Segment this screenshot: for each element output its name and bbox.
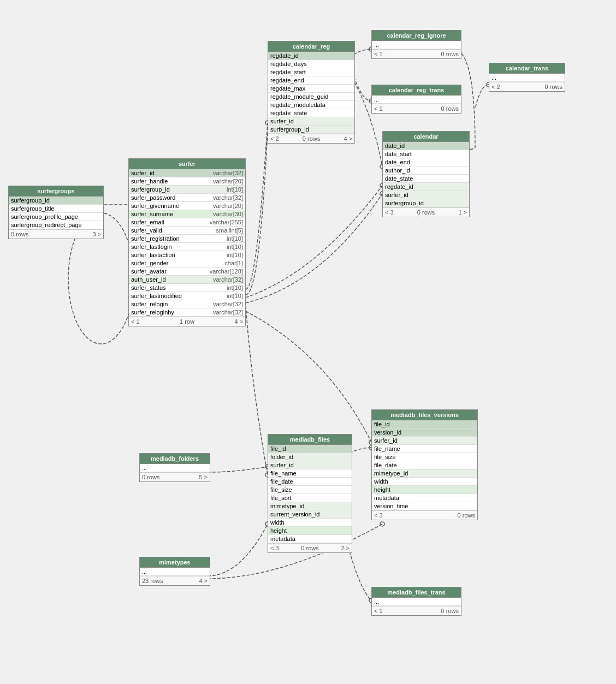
table-footer: < 10 rows	[372, 49, 461, 58]
table-footer: < 30 rows1 >	[383, 207, 469, 217]
table-surfergroups: surfergroups surfergroup_id surfergroup_…	[8, 186, 104, 239]
table-row: metadata	[268, 535, 352, 543]
table-mediadb-files-trans: mediadb_files_trans ... < 10 rows	[371, 587, 461, 616]
table-row: surfer_id	[383, 191, 469, 199]
table-row: surfer_lastmodified int[10]	[129, 292, 245, 300]
table-footer: 0 rows5 >	[140, 472, 210, 481]
table-row: surfergroup_id	[383, 199, 469, 207]
table-row: surfer_givenname varchar[20]	[129, 202, 245, 210]
table-row: regdate_id	[383, 183, 469, 191]
table-row: version_time	[372, 502, 477, 510]
table-row: ...	[372, 96, 461, 104]
table-row: surfer_relogin varchar[32]	[129, 300, 245, 308]
table-row: version_id	[372, 429, 477, 437]
table-row-mediadb-files-height: height	[268, 527, 352, 535]
table-header-mediadb-folders: mediadb_folders	[140, 454, 210, 464]
table-row: date_id	[383, 142, 469, 150]
table-row: file_sort	[268, 494, 352, 502]
table-calendar: calendar date_id date_start date_end aut…	[382, 131, 470, 217]
table-row: ...	[372, 41, 461, 49]
table-row: ...	[140, 568, 210, 576]
table-row: date_state	[383, 175, 469, 183]
table-row: surfer_id varchar[32]	[129, 169, 245, 177]
table-row: ...	[489, 74, 565, 82]
table-row: surfer_handle varchar[20]	[129, 177, 245, 186]
table-row: folder_id	[268, 453, 352, 461]
table-row: mimetype_id	[268, 502, 352, 510]
table-mediadb-folders: mediadb_folders ... 0 rows5 >	[139, 453, 210, 482]
table-row: file_name	[268, 469, 352, 478]
table-header-calendar-reg-trans: calendar_reg_trans	[372, 85, 461, 96]
table-row: author_id	[383, 166, 469, 175]
table-row: ...	[372, 598, 461, 606]
table-header-calendar-reg-ignore: calendar_reg_ignore	[372, 31, 461, 41]
table-header-surfergroups: surfergroups	[9, 186, 103, 197]
table-row: mimetype_id	[372, 469, 477, 478]
table-header-calendar-trans: calendar_trans	[489, 63, 565, 74]
table-calendar-reg: calendar_reg regdate_id regdate_days reg…	[268, 41, 355, 144]
table-surfer: surfer surfer_id varchar[32] surfer_hand…	[128, 158, 246, 326]
table-row: surfer_lastaction int[10]	[129, 251, 245, 259]
table-row: surfer_valid smallint[5]	[129, 227, 245, 235]
table-row: file_id	[372, 420, 477, 429]
svg-point-12	[380, 522, 384, 526]
table-row: regdate_days	[268, 60, 354, 68]
table-row: surfer_id	[268, 461, 352, 469]
table-row: surfer_avatar varchar[128]	[129, 267, 245, 276]
table-row: surfer_gender char[1]	[129, 259, 245, 267]
table-row: surfergroup_id	[9, 197, 103, 205]
table-calendar-reg-ignore: calendar_reg_ignore ... < 10 rows	[371, 30, 461, 59]
table-row: file_size	[268, 486, 352, 494]
table-row: regdate_end	[268, 76, 354, 85]
table-row: regdate_module_guid	[268, 93, 354, 101]
table-row: surfergroup_id	[268, 126, 354, 134]
table-header-mediadb-files-versions: mediadb_files_versions	[372, 410, 477, 420]
table-row: date_start	[383, 150, 469, 158]
table-row: surfer_id	[372, 437, 477, 445]
table-header-calendar-reg: calendar_reg	[268, 41, 354, 52]
table-row: surfergroup_title	[9, 205, 103, 213]
table-row: regdate_moduledata	[268, 101, 354, 109]
table-header-mediadb-files-trans: mediadb_files_trans	[372, 587, 461, 598]
table-row: surfer_registration int[10]	[129, 235, 245, 243]
table-row: file_date	[268, 478, 352, 486]
table-footer: < 11 row4 >	[129, 317, 245, 326]
table-row: surfergroup_profile_page	[9, 213, 103, 221]
table-mediadb-files-versions: mediadb_files_versions file_id version_i…	[371, 409, 478, 520]
table-row-surfer-surname: surfer_surname varchar[30]	[129, 210, 245, 218]
table-row: surfer_status int[10]	[129, 284, 245, 292]
table-row: file_size	[372, 453, 477, 461]
table-row: current_version_id	[268, 510, 352, 519]
table-row: regdate_id	[268, 52, 354, 60]
table-row: regdate_start	[268, 68, 354, 76]
table-row: ...	[140, 464, 210, 472]
table-header-surfer: surfer	[129, 159, 245, 169]
table-footer: < 20 rows	[489, 82, 565, 91]
table-footer: < 30 rows	[372, 510, 477, 520]
table-calendar-reg-trans: calendar_reg_trans ... < 10 rows	[371, 85, 461, 114]
table-row: surfergroup_redirect_page	[9, 221, 103, 229]
table-row: surfer_email varchar[255]	[129, 218, 245, 227]
table-row: regdate_state	[268, 109, 354, 117]
table-row: metadata	[372, 494, 477, 502]
table-footer: < 10 rows	[372, 104, 461, 113]
table-row: surfer_id	[268, 117, 354, 126]
table-row: file_name	[372, 445, 477, 453]
table-header-calendar: calendar	[383, 132, 469, 142]
table-row: surfer_reloginby varchar[32]	[129, 308, 245, 317]
table-mimetypes: mimetypes ... 23 rows4 >	[139, 557, 210, 586]
table-row: date_end	[383, 158, 469, 166]
table-calendar-trans: calendar_trans ... < 20 rows	[489, 63, 565, 92]
table-row: surfergroup_id int[10]	[129, 186, 245, 194]
table-row: file_id	[268, 445, 352, 453]
table-row: regdate_max	[268, 85, 354, 93]
table-row: width	[372, 478, 477, 486]
table-footer: 0 rows3 >	[9, 229, 103, 239]
table-row: width	[268, 519, 352, 527]
table-row: auth_user_id varchar[32]	[129, 276, 245, 284]
table-row: surfer_lastlogin int[10]	[129, 243, 245, 251]
table-footer: < 10 rows	[372, 606, 461, 615]
table-row: surfer_password varchar[32]	[129, 194, 245, 202]
table-row-versions-height: height	[372, 486, 477, 494]
table-mediadb-files: mediadb_files file_id folder_id surfer_i…	[268, 434, 352, 553]
